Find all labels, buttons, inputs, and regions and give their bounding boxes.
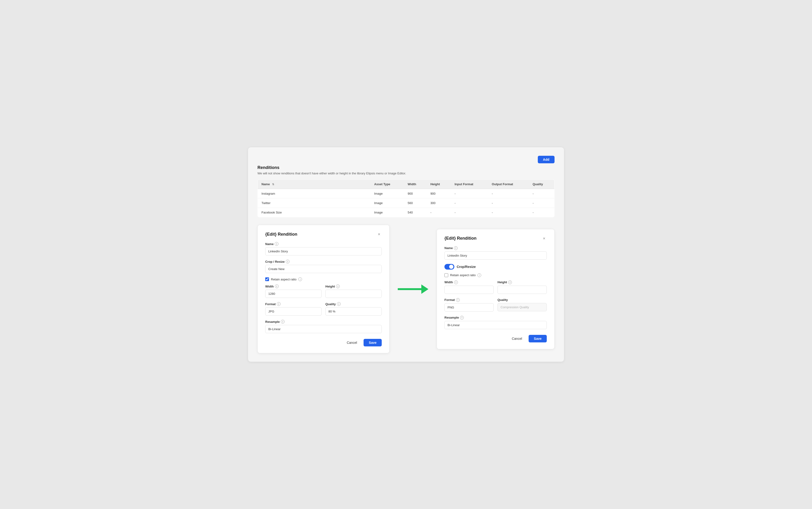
left-height-input[interactable] bbox=[325, 290, 382, 298]
cell-name: Facebook Size bbox=[258, 208, 370, 217]
left-width-info-icon: i bbox=[275, 284, 279, 288]
transition-arrow bbox=[398, 284, 428, 294]
left-format-group: Format i bbox=[265, 302, 322, 315]
add-button[interactable]: Add bbox=[538, 156, 555, 163]
right-dialog-header: {Edit} Rendition × bbox=[445, 236, 547, 241]
cell-input-format: - bbox=[451, 198, 488, 208]
right-name-input[interactable] bbox=[445, 251, 547, 260]
right-format-label: Format i bbox=[445, 298, 494, 302]
right-height-info-icon: i bbox=[508, 280, 512, 284]
cell-width: 900 bbox=[404, 189, 426, 198]
table-row[interactable]: Facebook Size Image 540 - - - - bbox=[258, 208, 555, 217]
left-quality-group: Quality i bbox=[325, 302, 382, 315]
right-dialog: {Edit} Rendition × Name i Crop/Resize bbox=[437, 229, 555, 349]
left-dialog: {Edit} Rendition × Name i Crop / Resize … bbox=[257, 225, 389, 353]
right-save-button[interactable]: Save bbox=[529, 335, 547, 342]
left-retain-aspect-row: Retain aspect ratio i bbox=[265, 277, 382, 281]
right-retain-aspect-checkbox[interactable] bbox=[445, 273, 448, 277]
left-resample-input[interactable] bbox=[265, 325, 382, 333]
left-retain-aspect-info-icon: i bbox=[298, 277, 302, 281]
left-name-label: Name i bbox=[265, 242, 382, 246]
right-resample-input[interactable] bbox=[445, 321, 547, 329]
table-row[interactable]: Instagram Image 900 900 - - - bbox=[258, 189, 555, 198]
left-format-quality-row: Format i Quality i bbox=[265, 302, 382, 320]
right-dialog-close-button[interactable]: × bbox=[541, 236, 547, 241]
left-resample-label: Resample i bbox=[265, 320, 382, 324]
left-format-label: Format i bbox=[265, 302, 322, 306]
left-crop-group: Crop / Resize i bbox=[265, 260, 382, 273]
cell-input-format: - bbox=[451, 189, 488, 198]
right-resample-info-icon: i bbox=[460, 316, 464, 319]
right-name-label: Name i bbox=[445, 246, 547, 250]
page-title: Renditions bbox=[257, 165, 555, 170]
right-resample-group: Resample i bbox=[445, 316, 547, 329]
left-dialog-close-button[interactable]: × bbox=[376, 232, 382, 237]
cell-asset-type: Image bbox=[370, 189, 404, 198]
page-subtitle: We will not show renditions that doesn't… bbox=[257, 172, 555, 175]
col-header-input-format: Input Format bbox=[451, 179, 488, 189]
right-width-label: Width i bbox=[445, 280, 494, 284]
table-body: Instagram Image 900 900 - - - Twitter Im… bbox=[258, 189, 555, 217]
cell-width: 540 bbox=[404, 208, 426, 217]
cell-input-format: - bbox=[451, 208, 488, 217]
cell-asset-type: Image bbox=[370, 198, 404, 208]
left-name-group: Name i bbox=[265, 242, 382, 256]
cell-output-format: - bbox=[488, 208, 529, 217]
left-name-info-icon: i bbox=[275, 242, 279, 246]
left-retain-aspect-checkbox[interactable] bbox=[265, 277, 269, 281]
right-format-quality-row: Format i Quality bbox=[445, 298, 547, 316]
right-width-group: Width i bbox=[445, 280, 494, 294]
left-height-label: Height i bbox=[325, 284, 382, 288]
renditions-table: Name ⇅ Asset Type Width Height Input For… bbox=[257, 179, 555, 217]
cell-asset-type: Image bbox=[370, 208, 404, 217]
right-crop-toggle-slider bbox=[445, 264, 454, 270]
left-width-group: Width i bbox=[265, 284, 322, 298]
left-crop-info-icon: i bbox=[286, 260, 290, 264]
left-crop-label: Crop / Resize i bbox=[265, 260, 382, 264]
sort-icon[interactable]: ⇅ bbox=[272, 183, 274, 186]
left-dialog-header: {Edit} Rendition × bbox=[265, 232, 382, 237]
table-header-row: Name ⇅ Asset Type Width Height Input For… bbox=[258, 179, 555, 189]
main-container: Add Renditions We will not show renditio… bbox=[248, 147, 564, 362]
right-retain-aspect-label: Retain aspect ratio bbox=[450, 273, 476, 277]
col-header-quality: Quality bbox=[529, 179, 555, 189]
cell-height: 900 bbox=[426, 189, 451, 198]
right-name-info-icon: i bbox=[454, 246, 458, 250]
right-retain-aspect-info-icon: i bbox=[478, 273, 481, 277]
add-button-row: Add bbox=[257, 156, 555, 163]
right-height-input[interactable] bbox=[497, 285, 547, 294]
table-row[interactable]: Twitter Image 560 300 - - - bbox=[258, 198, 555, 208]
left-width-label: Width i bbox=[265, 284, 322, 288]
col-header-height: Height bbox=[426, 179, 451, 189]
right-crop-toggle[interactable] bbox=[445, 264, 454, 270]
left-dialog-title: {Edit} Rendition bbox=[265, 232, 297, 237]
left-retain-aspect-label: Retain aspect ratio bbox=[271, 278, 296, 281]
right-cancel-button[interactable]: Cancel bbox=[508, 335, 526, 342]
dialogs-row: {Edit} Rendition × Name i Crop / Resize … bbox=[257, 225, 555, 353]
left-save-button[interactable]: Save bbox=[363, 339, 382, 346]
left-format-input[interactable] bbox=[265, 307, 322, 315]
left-cancel-button[interactable]: Cancel bbox=[343, 339, 361, 346]
right-height-label: Height i bbox=[497, 280, 547, 284]
left-name-input[interactable] bbox=[265, 247, 382, 256]
left-quality-input[interactable] bbox=[325, 307, 382, 315]
right-format-group: Format i bbox=[445, 298, 494, 311]
cell-quality: - bbox=[529, 208, 555, 217]
right-crop-toggle-row: Crop/Resize bbox=[445, 264, 547, 270]
cell-height: - bbox=[426, 208, 451, 217]
right-format-input[interactable] bbox=[445, 303, 494, 311]
right-dialog-footer: Cancel Save bbox=[445, 335, 547, 342]
right-dimensions-row: Width i Height i bbox=[445, 280, 547, 298]
right-quality-input[interactable] bbox=[497, 303, 547, 311]
right-width-info-icon: i bbox=[454, 280, 458, 284]
right-retain-aspect-row: Retain aspect ratio i bbox=[445, 273, 547, 277]
left-dimensions-row: Width i Height i bbox=[265, 284, 382, 302]
left-crop-input[interactable] bbox=[265, 265, 382, 273]
left-width-input[interactable] bbox=[265, 290, 322, 298]
right-format-info-icon: i bbox=[456, 298, 460, 302]
left-dialog-footer: Cancel Save bbox=[265, 339, 382, 346]
left-height-info-icon: i bbox=[336, 284, 340, 288]
right-width-input[interactable] bbox=[445, 285, 494, 294]
cell-height: 300 bbox=[426, 198, 451, 208]
cell-name: Twitter bbox=[258, 198, 370, 208]
